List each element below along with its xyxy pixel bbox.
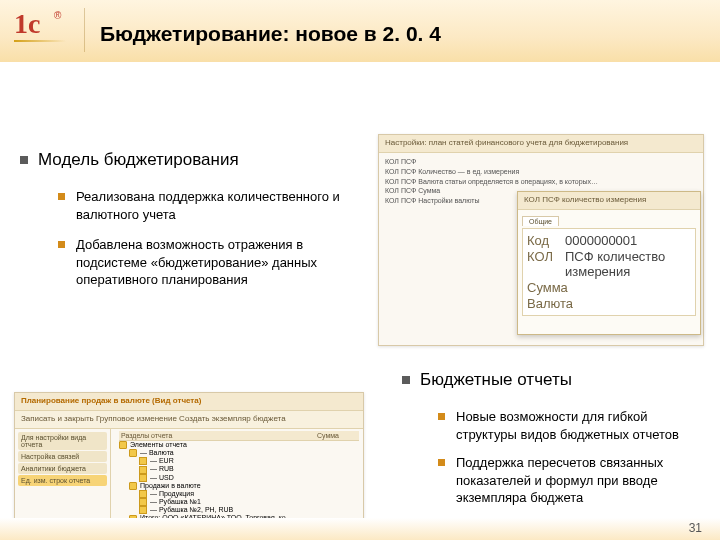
square-bullet-small-icon bbox=[438, 459, 445, 466]
item-icon bbox=[139, 457, 147, 465]
tree-row: Продажи в валюте bbox=[119, 482, 359, 490]
window-title-bar: Настройки: план статей финансового учета… bbox=[379, 135, 703, 153]
item-icon bbox=[139, 506, 147, 514]
slide-title: Бюджетирование: новое в 2. 0. 4 bbox=[100, 22, 441, 46]
item-icon bbox=[139, 490, 147, 498]
list-row: КОЛ ПСФ Количество — в ед. измерения bbox=[385, 167, 697, 177]
section1-bullet-1: Реализована поддержка количественного и … bbox=[58, 188, 358, 223]
tree-row: — RUB bbox=[119, 465, 359, 473]
section2-bullet-1: Новые возможности для гибкой структуры в… bbox=[438, 408, 698, 443]
section1-bullet-1-text: Реализована поддержка количественного и … bbox=[58, 188, 358, 223]
sidebar-item: Для настройки вида отчета bbox=[18, 432, 107, 450]
subwindow-title-bar: КОЛ ПСФ количество измерения bbox=[518, 192, 700, 210]
logo-text: 1c bbox=[14, 8, 40, 40]
page-number: 31 bbox=[689, 521, 702, 535]
slide-footer-band bbox=[0, 518, 720, 540]
form-row: Сумма bbox=[527, 280, 691, 295]
field-label: Валюта bbox=[527, 296, 573, 311]
list-row: КОЛ ПСФ bbox=[385, 157, 697, 167]
tree-row: — Продукция bbox=[119, 490, 359, 498]
form-panel: Код0000000001 КОЛПСФ количество измерени… bbox=[522, 228, 696, 316]
col-sections: Разделы отчета bbox=[121, 432, 317, 439]
section1-heading: Модель бюджетирования bbox=[20, 150, 239, 170]
section2-bullet-2: Поддержка пересчетов связанных показател… bbox=[438, 454, 698, 507]
section1-bullet-2: Добавлена возможность отражения в подсис… bbox=[58, 236, 358, 289]
col-sum: Сумма bbox=[317, 432, 357, 439]
sidebar-item: Аналитики бюджета bbox=[18, 463, 107, 474]
slide-header-band: 1c ® Бюджетирование: новое в 2. 0. 4 bbox=[0, 0, 720, 62]
sidebar-item-selected: Ед. изм. строк отчета bbox=[18, 475, 107, 486]
form-row: Валюта bbox=[527, 296, 691, 311]
item-icon bbox=[139, 466, 147, 474]
folder-icon bbox=[119, 441, 127, 449]
field-label: Код bbox=[527, 233, 561, 248]
square-bullet-icon bbox=[402, 376, 410, 384]
subwindow-body: Общие Код0000000001 КОЛПСФ количество из… bbox=[518, 210, 700, 318]
section2-heading-text: Бюджетные отчеты bbox=[420, 370, 572, 389]
toolbar: Записать и закрыть Групповое изменение С… bbox=[15, 411, 363, 429]
square-bullet-icon bbox=[20, 156, 28, 164]
folder-icon bbox=[129, 482, 137, 490]
form-row: КОЛПСФ количество измерения bbox=[527, 249, 691, 279]
logo-1c: 1c ® bbox=[12, 6, 74, 56]
section1-bullet-2-text: Добавлена возможность отражения в подсис… bbox=[58, 236, 358, 289]
list-row: КОЛ ПСФ Валюта статьи определяется в опе… bbox=[385, 177, 697, 187]
tree-row: — Рубашка №2, PH, RUB bbox=[119, 506, 359, 514]
tree-row: — EUR bbox=[119, 457, 359, 465]
tree-grid: Разделы отчета Сумма Элементы отчета — В… bbox=[115, 429, 363, 525]
tree-row: — USD bbox=[119, 474, 359, 482]
section2-heading: Бюджетные отчеты bbox=[402, 370, 572, 390]
logo-underline bbox=[14, 40, 66, 42]
item-icon bbox=[139, 474, 147, 482]
field-label: КОЛ bbox=[527, 249, 561, 279]
grid-header: Разделы отчета Сумма bbox=[119, 431, 359, 441]
folder-icon bbox=[129, 449, 137, 457]
section2-bullet-1-text: Новые возможности для гибкой структуры в… bbox=[438, 408, 698, 443]
field-value bbox=[572, 280, 691, 295]
logo-registered: ® bbox=[54, 10, 61, 21]
header-divider bbox=[84, 8, 85, 52]
screenshot-settings-window: Настройки: план статей финансового учета… bbox=[378, 134, 704, 346]
field-value bbox=[577, 296, 691, 311]
section2-bullet-2-text: Поддержка пересчетов связанных показател… bbox=[438, 454, 698, 507]
square-bullet-small-icon bbox=[58, 241, 65, 248]
screenshot-subwindow: КОЛ ПСФ количество измерения Общие Код00… bbox=[517, 191, 701, 335]
item-icon bbox=[139, 498, 147, 506]
field-value: 0000000001 bbox=[565, 233, 691, 248]
section1-heading-text: Модель бюджетирования bbox=[38, 150, 239, 169]
tree-row: — Валюта bbox=[119, 449, 359, 457]
form-row: Код0000000001 bbox=[527, 233, 691, 248]
tree-row: — Рубашка №1 bbox=[119, 498, 359, 506]
field-value: ПСФ количество измерения bbox=[565, 249, 691, 279]
tree-row: Элементы отчета bbox=[119, 441, 359, 449]
square-bullet-small-icon bbox=[438, 413, 445, 420]
sidebar-item: Настройка связей bbox=[18, 451, 107, 462]
window-title-bar: Планирование продаж в валюте (Вид отчета… bbox=[15, 393, 363, 411]
square-bullet-small-icon bbox=[58, 193, 65, 200]
field-label: Сумма bbox=[527, 280, 568, 295]
tab-general: Общие bbox=[522, 216, 559, 226]
